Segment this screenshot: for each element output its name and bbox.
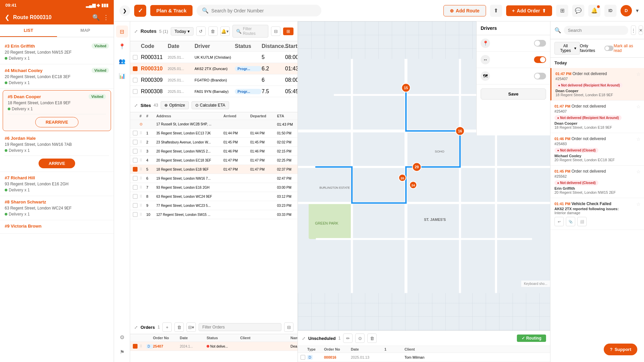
today-filter-button[interactable]: Today ▾ — [171, 27, 194, 36]
table-row[interactable]: ⠿ 5 18 Regent Street, London E18 9EF 01:… — [130, 165, 298, 174]
sidebar-map-icon[interactable]: 📍 — [116, 40, 128, 52]
avatar[interactable]: D — [621, 5, 632, 16]
rearrive-button[interactable]: REARRIVE — [35, 117, 78, 127]
notification-button[interactable]: 🔔▾ — [220, 26, 230, 36]
site-checkbox[interactable] — [133, 158, 138, 163]
route-checkbox[interactable] — [133, 78, 138, 82]
table-row[interactable]: ⊙ 17 Russell St, London WC2B 5HP, ... 01… — [130, 120, 298, 129]
notification-item[interactable]: 01:47 PM Order not delivered #25407 ● No… — [550, 68, 644, 101]
notification-item[interactable]: 01:47 PM Order not delivered #25407 ● No… — [550, 101, 644, 133]
site-checkbox[interactable] — [133, 140, 138, 144]
sidebar-chart-icon[interactable]: 📊 — [116, 70, 128, 82]
save-button[interactable]: Save — [481, 88, 546, 100]
site-checkbox[interactable] — [133, 167, 138, 172]
mobile-more-icon[interactable]: ⋮ — [103, 14, 109, 21]
unscheduled-copy-btn[interactable]: ⊙ — [355, 334, 365, 343]
orders-delete-btn[interactable]: 🗑 — [174, 322, 184, 332]
orders-add-btn[interactable]: + — [162, 322, 172, 332]
site-checkbox[interactable] — [133, 149, 138, 154]
route-checkbox[interactable] — [133, 55, 138, 60]
site-checkbox[interactable] — [133, 212, 138, 217]
mobile-back-icon[interactable]: ❮ — [5, 14, 10, 21]
id-button[interactable]: ID — [604, 5, 616, 17]
mobile-list-item[interactable]: #9 Victoria Brown — [0, 220, 114, 234]
sidebar-users-icon[interactable]: 👥 — [116, 55, 128, 67]
orders-notif-btn[interactable]: ⊟▾ — [186, 322, 196, 332]
support-button[interactable]: ? Support — [604, 344, 637, 355]
view-toggle-button[interactable]: ⊞ — [283, 27, 293, 35]
expand-icon[interactable]: ⤢ — [134, 29, 138, 34]
table-row[interactable]: ⠿ 3 20 Regent Street, London NW15 2... 0… — [130, 147, 298, 156]
mobile-list-item-active[interactable]: #5 Dean Cooper Visited 18 Regent Street,… — [3, 90, 111, 131]
expand-icon[interactable]: ⤢ — [302, 336, 306, 341]
unscheduled-delete-btn[interactable]: 🗑 — [367, 334, 377, 343]
notifications-options-btn[interactable]: ⋮ — [631, 25, 636, 35]
notification-item[interactable]: 01:46 PM Order not delivered #25483 ● No… — [550, 133, 644, 166]
mark-all-read-button[interactable]: Mark all as read — [613, 44, 640, 53]
sidebar-routes-icon[interactable]: ⊟ — [116, 25, 128, 38]
route-checkbox[interactable] — [133, 66, 138, 71]
table-row[interactable]: ⠿ 8 63 Regent Street, London WC24 9EF 03… — [130, 192, 298, 201]
orders-filter-btn[interactable]: ⊟ — [284, 322, 293, 332]
notification-item[interactable]: 01:45 PM Order not delivered #25562 ● No… — [550, 166, 644, 198]
filter-orders-input[interactable] — [199, 323, 281, 331]
expand-sites-icon[interactable]: ⤢ — [134, 103, 138, 108]
mobile-list-item[interactable]: #7 Richard Hill 93 Regent Street, London… — [0, 172, 114, 196]
star-icon[interactable]: ☆ — [636, 201, 641, 207]
calc-eta-button[interactable]: ⊙ Calculate ETA — [192, 101, 229, 109]
table-row[interactable]: ⠿ 4 20 Regent Street, London EC18 3EF 01… — [130, 156, 298, 165]
driver-toggle-3[interactable] — [534, 73, 546, 79]
routing-button[interactable]: ✓ Routing — [517, 335, 546, 342]
table-row[interactable]: ⠿ 9 77 Regent Street, London WC23 5... 0… — [130, 201, 298, 210]
notifications-close-btn[interactable]: ✕ — [639, 25, 643, 35]
add-order-button[interactable]: + Add Order ⬆ — [506, 5, 552, 16]
site-checkbox[interactable] — [133, 203, 138, 208]
plan-track-button[interactable]: Plan & Track — [150, 5, 193, 16]
table-row[interactable]: ⠿ 2 23 Shaftesbury Avenue, London W... 0… — [130, 138, 298, 147]
mobile-tab-list[interactable]: LIST — [0, 24, 57, 37]
table-row[interactable]: R000310 2025.01... AK62 2TX (Duncan) Pro… — [130, 63, 298, 74]
table-row[interactable]: R000311 2025.01... UK KU7LM (Christian) … — [130, 52, 298, 63]
mobile-tab-map[interactable]: MAP — [57, 24, 114, 37]
collapse-sidebar-button[interactable]: ❯ — [119, 5, 130, 16]
notifications-button[interactable]: 🔔 — [588, 5, 600, 17]
mobile-list-item[interactable]: #4 Michael Cooley Visited 20 Regent Stre… — [0, 64, 114, 89]
table-row[interactable]: ⠿ 10 127 Regent Street, London SW15 ... … — [130, 210, 298, 219]
unscheduled-checkbox[interactable] — [301, 355, 305, 360]
add-route-button[interactable]: ⊕ Add Route — [443, 5, 486, 16]
chevron-down-icon[interactable]: ▾ — [636, 7, 639, 14]
arrive-button[interactable]: ARRIVE — [39, 159, 75, 168]
table-row[interactable]: ⠿ 1 35 Regent Street, London EC13 7JK 01… — [130, 129, 298, 138]
table-row[interactable]: ⠿ 7 93 Regent Street, London E16 2GH 03:… — [130, 183, 298, 192]
sidebar-settings-icon[interactable]: ⚙ — [116, 331, 128, 343]
filter-routes-input[interactable]: 🔍 Filter Routes — [232, 25, 268, 38]
order-checkbox[interactable] — [133, 344, 138, 349]
mobile-list-item[interactable]: #8 Sharon Schwartz 63 Regent Street, Lon… — [0, 196, 114, 220]
upload-button[interactable]: ⬆ — [490, 5, 502, 17]
site-checkbox[interactable] — [133, 131, 138, 135]
filter-button[interactable]: ⊟ — [271, 26, 280, 36]
driver-toggle-1[interactable] — [534, 40, 546, 47]
table-row[interactable]: D 000016 2025.01.13 Tom Milman — [298, 353, 550, 362]
favorites-toggle[interactable] — [604, 46, 613, 51]
optimize-button[interactable]: ⊕ Optimize — [161, 101, 189, 109]
route-checkbox[interactable] — [133, 89, 138, 94]
map-area[interactable]: GREEN PARK — [298, 21, 550, 330]
filter-type-button[interactable]: All Types ▾ — [554, 42, 580, 55]
chat-button[interactable]: 💬 — [572, 5, 584, 17]
table-row[interactable]: ⠿ 6 19 Regent Street, London NW16 7... 0… — [130, 174, 298, 183]
mobile-list-item[interactable]: #6 Jordan Hale 19 Regent Street, London … — [0, 132, 114, 172]
expand-orders-icon[interactable]: ⤢ — [134, 325, 138, 330]
table-row[interactable]: R000309 2025.01... FG4TRO (Brandon) 6 08… — [130, 74, 298, 86]
sidebar-flag-icon[interactable]: ⚑ — [116, 346, 128, 358]
notifications-search-input[interactable] — [564, 26, 628, 35]
search-order-input[interactable] — [211, 8, 316, 13]
refresh-button[interactable]: ↺ — [196, 26, 206, 36]
unscheduled-edit-btn[interactable]: ✏ — [343, 334, 353, 343]
grid-view-button[interactable]: ⊞ — [556, 5, 568, 17]
site-checkbox[interactable] — [133, 185, 138, 190]
notif-action-btn-3[interactable]: ⬜ — [577, 217, 587, 226]
driver-toggle-2[interactable] — [534, 56, 546, 63]
table-row[interactable]: ⠿ D 25407 2024.1... Not delive... Dean C… — [130, 342, 298, 351]
star-icon[interactable]: ☆ — [636, 136, 641, 142]
